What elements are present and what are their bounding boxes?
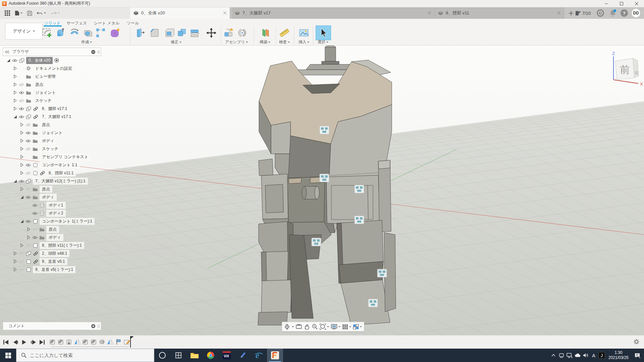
- tray-cast-icon[interactable]: [557, 349, 566, 362]
- timeline-settings-gear-icon[interactable]: [634, 339, 639, 346]
- collapse-arrow-icon[interactable]: [13, 90, 17, 95]
- collapse-arrow-icon[interactable]: [19, 131, 24, 135]
- action-center-icon[interactable]: [631, 349, 644, 362]
- collapse-panel-icon[interactable]: [5, 50, 10, 54]
- browser-item-label[interactable]: 9、足首 v5(ミラー):1: [33, 266, 75, 273]
- visibility-eye-icon[interactable]: [25, 195, 31, 199]
- collapse-arrow-icon[interactable]: [19, 243, 24, 247]
- create-sketch-icon[interactable]: [42, 27, 54, 39]
- browser-item-label[interactable]: ボディ: [40, 194, 57, 201]
- visibility-eye-icon[interactable]: [25, 123, 31, 127]
- taskbar-app-task-view[interactable]: [170, 349, 186, 362]
- timeline-step-back-icon[interactable]: [11, 338, 19, 346]
- browser-row[interactable]: コンポーネント 1(ミラー):1: [3, 217, 101, 225]
- timeline-skip-start-icon[interactable]: [2, 338, 10, 346]
- doc-tab-daitaibu[interactable]: 7、大腿部 v17: [231, 7, 435, 19]
- visibility-eye-icon[interactable]: [19, 252, 24, 255]
- doc-tab-keibu[interactable]: 8、脛部 v11: [435, 7, 564, 19]
- visibility-eye-icon[interactable]: [25, 163, 31, 167]
- visibility-eye-icon[interactable]: [25, 187, 31, 191]
- timeline-feature-mirror-icon[interactable]: [106, 338, 114, 346]
- file-menu-icon[interactable]: [15, 10, 22, 16]
- panel-grip[interactable]: ||: [98, 50, 100, 54]
- browser-row[interactable]: コンポーネント 1:1: [3, 161, 101, 169]
- browser-row[interactable]: ボディ1: [3, 201, 101, 209]
- collapse-arrow-icon[interactable]: [26, 235, 31, 239]
- browser-row[interactable]: ボディ: [3, 137, 101, 145]
- group-menu-insert[interactable]: 挿入: [299, 40, 309, 45]
- joint-glyph-icon[interactable]: [355, 216, 364, 224]
- browser-item-label[interactable]: ボディ2: [46, 210, 66, 217]
- account-avatar[interactable]: DD: [631, 7, 641, 19]
- notifications-button[interactable]: [609, 7, 616, 19]
- combine-icon[interactable]: [176, 27, 188, 39]
- collapse-arrow-icon[interactable]: [19, 147, 24, 151]
- panel-grip[interactable]: ||: [98, 324, 100, 328]
- collapse-arrow-icon[interactable]: [13, 259, 17, 263]
- collapse-arrow-icon[interactable]: [13, 267, 17, 272]
- construct-plane-icon[interactable]: [260, 27, 272, 39]
- browser-item-label[interactable]: スケッチ: [40, 145, 61, 153]
- browser-row[interactable]: 9、足首 v5:1: [3, 257, 101, 265]
- taskbar-app-pen-tool[interactable]: [235, 349, 251, 362]
- timeline-position-marker[interactable]: [130, 336, 131, 348]
- visibility-eye-icon[interactable]: [19, 268, 24, 272]
- pan-icon[interactable]: [304, 324, 310, 329]
- browser-row[interactable]: 0、全体 v20: [3, 56, 101, 64]
- browser-row[interactable]: ジョイント: [3, 88, 101, 97]
- press-pull-icon[interactable]: [134, 27, 146, 39]
- browser-item-label[interactable]: コンポーネント 1(ミラー):1: [40, 218, 95, 225]
- visibility-eye-icon[interactable]: [12, 59, 17, 62]
- joint-glyph-icon[interactable]: [355, 185, 364, 193]
- visibility-eye-icon[interactable]: [25, 220, 31, 223]
- visibility-eye-icon[interactable]: [19, 179, 24, 183]
- timeline-feature-component-pin-icon[interactable]: [65, 338, 73, 346]
- timeline-feature-component-icon[interactable]: [57, 338, 65, 346]
- browser-item-label[interactable]: 9、足首 v5:1: [40, 258, 67, 265]
- browser-item-label[interactable]: ボディ: [46, 234, 63, 241]
- tray-chevron-up-icon[interactable]: [549, 349, 557, 362]
- taskbar-app-internet-explorer[interactable]: e: [251, 349, 267, 362]
- browser-row[interactable]: 8、脛部 v11(ミラー):1: [3, 241, 101, 249]
- view-cube[interactable]: Z X 前 右: [605, 50, 644, 88]
- browser-item-label[interactable]: ドキュメントの設定: [33, 65, 74, 72]
- taskbar-app-file-explorer[interactable]: [186, 349, 203, 362]
- visibility-eye-icon[interactable]: [25, 147, 31, 151]
- browser-item-label[interactable]: ビュー管理: [33, 73, 58, 80]
- browser-item-label[interactable]: 7、大腿部 v12(ミラー) (1):1: [33, 178, 88, 185]
- browser-item-label[interactable]: 原点: [33, 81, 46, 88]
- group-menu-modify[interactable]: 修正: [171, 40, 181, 45]
- fillet-icon[interactable]: [149, 27, 161, 39]
- timeline-skip-end-icon[interactable]: [38, 338, 46, 346]
- tab-close-icon[interactable]: [428, 11, 431, 15]
- redo-icon[interactable]: [51, 11, 60, 15]
- doc-tab-zentai[interactable]: 0、全体 v20: [130, 7, 230, 19]
- comments-panel-header[interactable]: コメント ||: [3, 322, 101, 330]
- job-status-badge[interactable]: 7/10: [575, 7, 591, 19]
- timeline-feature-component-icon[interactable]: [49, 338, 57, 346]
- minimize-button[interactable]: [599, 0, 614, 7]
- fit-icon[interactable]: [320, 323, 329, 330]
- move-copy-icon[interactable]: [205, 27, 217, 39]
- group-menu-select[interactable]: 選択: [318, 40, 328, 45]
- timeline-step-forward-icon[interactable]: [30, 338, 38, 346]
- visibility-eye-icon[interactable]: [25, 131, 31, 135]
- browser-item-label[interactable]: 7、大腿部 v17:1: [40, 113, 73, 120]
- pattern-icon[interactable]: [95, 27, 107, 39]
- tab-close-icon[interactable]: [557, 11, 560, 15]
- collapse-arrow-icon[interactable]: [13, 74, 17, 78]
- visibility-eye-icon[interactable]: [32, 228, 38, 231]
- collapse-arrow-icon[interactable]: [19, 123, 24, 127]
- close-button[interactable]: [629, 0, 644, 7]
- insert-canvas-icon[interactable]: [298, 27, 310, 39]
- visibility-eye-icon[interactable]: [19, 115, 24, 119]
- browser-row[interactable]: 原点: [3, 225, 101, 233]
- ime-lang-indicator[interactable]: J: [598, 349, 606, 362]
- browser-row[interactable]: ボディ: [3, 233, 101, 241]
- browser-item-label[interactable]: ボディ: [40, 137, 57, 144]
- joint-glyph-icon[interactable]: [368, 299, 378, 307]
- undo-icon[interactable]: [37, 11, 46, 15]
- 3d-viewport[interactable]: Z X 前 右 ブラウザ || 0、全体 v20ドキュメントの設定ビュー管理原点…: [0, 46, 644, 335]
- collapse-arrow-icon[interactable]: [19, 139, 24, 143]
- timeline-feature-flag-icon[interactable]: [114, 338, 122, 346]
